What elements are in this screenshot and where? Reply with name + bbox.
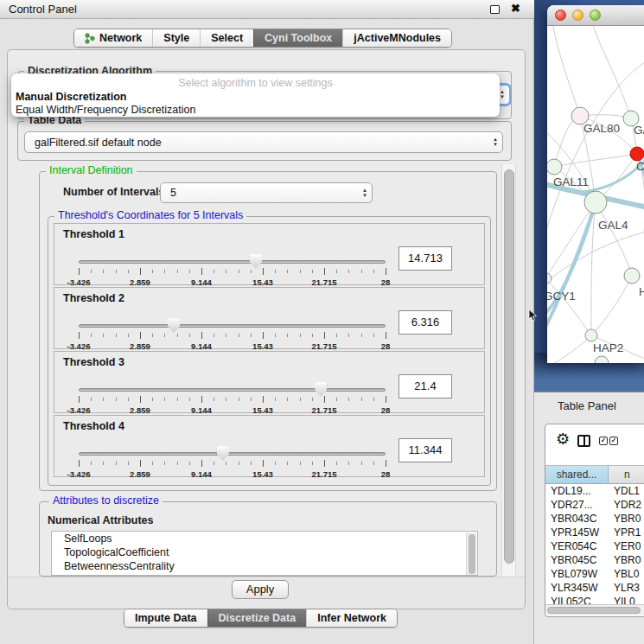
table-cell-name[interactable]: YDL1 — [609, 484, 644, 498]
tab-infer-network[interactable]: Infer Network — [306, 609, 397, 627]
number-of-intervals-select[interactable]: 5 ▲▼ — [160, 182, 373, 203]
tab-label: Network — [99, 29, 142, 47]
tab-network[interactable]: Network — [74, 29, 152, 47]
network-node-green[interactable] — [624, 268, 640, 284]
list-scrollbar[interactable] — [466, 532, 476, 576]
table-cell-shared-name[interactable]: YBR045C — [545, 553, 609, 567]
table-horizontal-scrollbar[interactable] — [545, 604, 644, 615]
table-cell-name[interactable]: YBR0 — [609, 553, 644, 567]
threshold-value-field[interactable]: 6.316 — [399, 310, 452, 335]
slider-handle[interactable] — [217, 446, 229, 461]
table-row[interactable]: YBR045CYBR0 — [545, 553, 644, 567]
network-edge[interactable] — [547, 61, 644, 244]
tick-mark — [336, 398, 337, 401]
table-row[interactable]: YPR145WYPR1 — [545, 526, 644, 539]
list-scrollbar-thumb[interactable] — [469, 534, 475, 574]
tab-jactivemnodules[interactable]: jActiveMNodules — [342, 29, 451, 47]
network-canvas[interactable]: GAL80GACGAL11GAL4GCY1HHAP2 — [547, 26, 644, 363]
table-settings-gear-icon[interactable]: ⚙ — [556, 431, 570, 447]
tab-select[interactable]: Select — [200, 29, 253, 47]
table-row[interactable]: YLR345WYLR3 — [545, 581, 644, 595]
attribute-list-item[interactable]: SelfLoops — [52, 532, 477, 545]
threshold-slider[interactable]: -3.4262.8599.14415.4321.71528 — [79, 253, 386, 286]
popup-item-manual-discretization[interactable]: Manual Discretization — [16, 91, 127, 104]
slider-handle[interactable] — [168, 318, 180, 333]
tab-cyni-toolbox[interactable]: Cyni Toolbox — [253, 29, 342, 47]
threshold-slider[interactable]: -3.4262.8599.14415.4321.71528 — [79, 317, 386, 350]
network-edge[interactable] — [591, 202, 596, 335]
table-panel: Table Panel ⚙ ✓ ✓ shared... n YDL19...YD… — [534, 392, 644, 644]
table-cell-shared-name[interactable]: YDR27... — [545, 498, 609, 512]
threshold-slider[interactable]: -3.4262.8599.14415.4321.71528 — [79, 381, 386, 414]
network-edge[interactable] — [596, 202, 632, 276]
table-data-select[interactable]: galFiltered.sif default node ▲▼ — [24, 131, 503, 153]
window-close-button[interactable] — [555, 10, 566, 21]
column-header-shared-name[interactable]: shared... — [545, 466, 609, 483]
checkbox-icon[interactable]: ✓ — [599, 437, 608, 445]
network-node-green[interactable] — [585, 329, 597, 341]
network-node-green[interactable] — [547, 159, 562, 175]
table-columns-icon[interactable] — [577, 435, 590, 447]
network-edge[interactable] — [554, 154, 637, 167]
attribute-list-item[interactable]: TopologicalCoefficient — [52, 545, 477, 559]
slider-handle[interactable] — [315, 382, 327, 397]
close-panel-icon[interactable]: ✖ — [511, 2, 520, 15]
tab-style[interactable]: Style — [152, 29, 200, 47]
column-header-name[interactable]: n — [609, 466, 644, 483]
tick-label: 15.43 — [252, 277, 273, 287]
table-row[interactable]: YBL079WYBL0 — [545, 567, 644, 581]
table-scrollbar-thumb[interactable] — [547, 607, 641, 614]
tab-label: Cyni Toolbox — [265, 29, 332, 47]
slider-handle[interactable] — [250, 254, 262, 269]
panel-scrollbar[interactable] — [501, 164, 516, 577]
tick-mark — [128, 270, 129, 273]
threshold-value-field[interactable]: 11.344 — [399, 438, 452, 462]
table-row[interactable]: YDR27...YDR2 — [545, 498, 644, 512]
panel-scrollbar-thumb[interactable] — [504, 169, 514, 564]
table-cell-name[interactable]: YDR2 — [609, 498, 644, 512]
tab-impute-data[interactable]: Impute Data — [124, 609, 207, 627]
network-node-green[interactable] — [547, 273, 552, 284]
network-window-titlebar[interactable] — [547, 5, 644, 26]
table-row[interactable]: YIL052CYIL0 — [545, 595, 644, 604]
float-window-icon[interactable] — [490, 5, 500, 14]
threshold-value-field[interactable]: 14.713 — [399, 246, 452, 271]
table-cell-name[interactable]: YER0 — [609, 539, 644, 553]
window-minimize-button[interactable] — [572, 10, 583, 21]
threshold-value-field[interactable]: 21.4 — [399, 374, 452, 399]
network-edge[interactable] — [592, 26, 631, 118]
table-cell-name[interactable]: YPR1 — [609, 526, 644, 539]
window-zoom-button[interactable] — [590, 10, 601, 21]
apply-button[interactable]: Apply — [232, 580, 289, 599]
table-cell-shared-name[interactable]: YPR145W — [545, 526, 609, 539]
table-cell-shared-name[interactable]: YLR345W — [545, 581, 609, 595]
attribute-list-item[interactable]: BetweennessCentrality — [52, 559, 477, 573]
network-edge-thick[interactable] — [583, 157, 644, 192]
table-cell-name[interactable]: YLR3 — [609, 581, 644, 595]
table-select-icons[interactable]: ✓ ✓ — [599, 437, 618, 445]
node-label-c: C — [636, 160, 644, 173]
popup-item-equal-width-frequency-discretization[interactable]: Equal Width/Frequency Discretization — [16, 104, 195, 117]
tab-discretize-data[interactable]: Discretize Data — [207, 609, 307, 627]
table-row[interactable]: YBR043CYBR0 — [545, 512, 644, 526]
table-cell-shared-name[interactable]: YER054C — [545, 539, 609, 553]
threshold-slider[interactable]: -3.4262.8599.14415.4321.71528 — [79, 445, 386, 478]
table-cell-name[interactable]: YBL0 — [609, 567, 644, 581]
table-cell-shared-name[interactable]: YBL079W — [545, 567, 609, 581]
network-edge[interactable] — [547, 335, 591, 363]
network-edge[interactable] — [552, 26, 580, 116]
network-node-green[interactable] — [595, 356, 609, 363]
checkbox-icon[interactable]: ✓ — [609, 437, 618, 445]
table-cell-shared-name[interactable]: YBR043C — [545, 512, 609, 526]
table-row[interactable]: YER054CYER0 — [545, 539, 644, 553]
table-cell-shared-name[interactable]: YIL052C — [545, 595, 609, 604]
numerical-attributes-list[interactable]: SelfLoopsTopologicalCoefficientBetweenne… — [51, 531, 478, 576]
network-node-red[interactable] — [630, 147, 644, 161]
network-node-green[interactable] — [584, 191, 607, 214]
table-row[interactable]: YDL19...YDL1 — [545, 484, 644, 498]
tick-mark — [79, 396, 80, 403]
table-cell-name[interactable]: YIL0 — [609, 595, 644, 604]
network-edge[interactable] — [591, 276, 632, 335]
table-cell-name[interactable]: YBR0 — [609, 512, 644, 526]
table-cell-shared-name[interactable]: YDL19... — [545, 484, 609, 498]
